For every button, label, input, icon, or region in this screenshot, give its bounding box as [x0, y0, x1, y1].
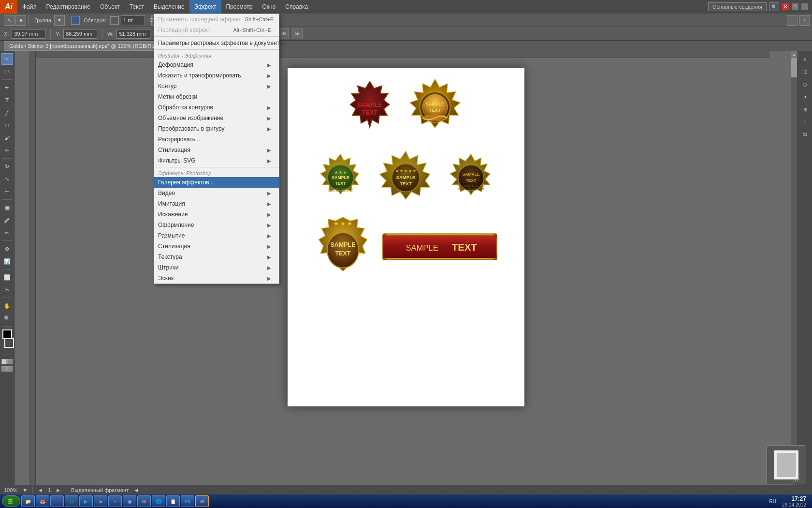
raster-settings-item[interactable]: Параметры растровых эффектов в документе…	[154, 38, 279, 48]
vertical-scrollbar[interactable]: ▲ ▼	[791, 51, 798, 494]
fill-swatch[interactable]	[2, 329, 12, 339]
fill-color-swatch[interactable]	[71, 16, 80, 25]
shape-tool[interactable]: □	[1, 120, 13, 131]
gallery-item[interactable]: Галерея эффектов...	[154, 177, 279, 188]
page-prev-btn[interactable]: ◄	[38, 487, 43, 493]
zoom-in-btn[interactable]: +	[799, 15, 810, 26]
y-coord-input[interactable]	[63, 29, 97, 39]
stylize-item[interactable]: Стилизация ▶	[154, 145, 279, 155]
taskbar-firefox[interactable]: 🦊	[36, 495, 49, 507]
zoom-tool[interactable]: 🔍	[1, 313, 13, 324]
process-contours-item[interactable]: Обработка контуров ▶	[154, 102, 279, 113]
taskbar-app10[interactable]: 🌐	[152, 495, 165, 507]
blur-item[interactable]: Размытие ▶	[154, 230, 279, 241]
panel-btn-2[interactable]: ⊡	[799, 66, 811, 77]
stroke-color-swatch[interactable]	[110, 16, 119, 25]
taskbar-illustrator-active[interactable]: Ai	[195, 495, 209, 507]
taskbar-utorrent[interactable]: μ	[65, 495, 78, 507]
panel-btn-1[interactable]: ≡	[799, 53, 811, 65]
deform-item[interactable]: Деформация ▶	[154, 60, 279, 70]
contour-item[interactable]: Контур ▶	[154, 81, 279, 91]
pen-tool[interactable]: ✒	[1, 82, 13, 93]
screen-mode-btn[interactable]	[1, 366, 7, 372]
normal-mode-btn[interactable]	[1, 359, 7, 364]
status-nav-btn[interactable]: ◄	[133, 487, 139, 493]
panel-btn-5[interactable]: ⊞	[799, 104, 811, 115]
file-tab-item[interactable]: Golden Sticker 9 [преобразованный].eps* …	[4, 41, 164, 51]
menu-edit[interactable]: Редактирование	[42, 0, 95, 14]
paintbrush-tool[interactable]: 🖌	[1, 132, 13, 144]
panel-btn-4[interactable]: ✦	[799, 91, 811, 103]
volume-image-item[interactable]: Объемное изображение ▶	[154, 113, 279, 123]
group-btn[interactable]: ▼	[54, 15, 65, 26]
width-input[interactable]	[116, 29, 150, 39]
convert-to-shape-item[interactable]: Преобразовать в фигуру ▶	[154, 123, 279, 134]
taskbar-app6[interactable]: ■	[94, 495, 107, 507]
zoom-dropdown-btn[interactable]: ▼	[22, 487, 28, 493]
scale-tool[interactable]: ⤡	[1, 173, 13, 185]
menu-text[interactable]: Текст	[125, 0, 149, 14]
selection-tool[interactable]: ↖	[1, 53, 13, 65]
rasterize-item[interactable]: Растрировать...	[154, 134, 279, 145]
hand-tool[interactable]: ✋	[1, 300, 13, 312]
workspace-selector[interactable]: Основные сведения	[708, 2, 767, 11]
start-button[interactable]: ⊞	[2, 495, 20, 507]
distortion-item[interactable]: Искажение ▶	[154, 209, 279, 220]
strokes-item[interactable]: Штрихи ▶	[154, 262, 279, 273]
design-item[interactable]: Оформление ▶	[154, 220, 279, 230]
menu-view[interactable]: Просмотр	[221, 0, 258, 14]
eyedropper-tool[interactable]: 💉	[1, 214, 13, 226]
column-graph-tool[interactable]: 📊	[1, 255, 13, 267]
sketch-item[interactable]: Эскиз ▶	[154, 273, 279, 284]
fullscreen-mode-btn[interactable]	[7, 366, 13, 372]
menu-help[interactable]: Справка	[280, 0, 313, 14]
line-tool[interactable]: ╱	[1, 107, 13, 119]
crop-marks-item[interactable]: Метки обрезки	[154, 91, 279, 102]
search-button[interactable]: 🔍	[769, 2, 779, 11]
scroll-thumb[interactable]	[791, 58, 797, 77]
minimize-window-button[interactable]: _	[801, 3, 808, 10]
close-window-button[interactable]: ✕	[782, 3, 789, 10]
panel-btn-7[interactable]: ⧉	[799, 129, 811, 140]
warp-tool[interactable]: 〜	[1, 186, 13, 197]
taskbar-app7[interactable]: ♥	[108, 495, 122, 507]
menu-effect[interactable]: Эффект	[189, 0, 221, 14]
menu-file[interactable]: Файл	[17, 0, 42, 14]
more-options-btn[interactable]: ≫	[292, 29, 303, 39]
page-next-btn[interactable]: ►	[56, 487, 61, 493]
menu-window[interactable]: Окно	[257, 0, 280, 14]
video-item[interactable]: Видео ▶	[154, 188, 279, 198]
stroke-swatch[interactable]	[4, 338, 14, 348]
artboard-tool[interactable]: ⬜	[1, 271, 13, 283]
blend-tool[interactable]: ∞	[1, 227, 13, 239]
symbol-sprayer-tool[interactable]: ⊛	[1, 243, 13, 254]
taskbar-app8[interactable]: ◉	[123, 495, 136, 507]
gradient-tool[interactable]: ▣	[1, 202, 13, 213]
x-coord-input[interactable]	[12, 29, 45, 39]
rotate-tool[interactable]: ↻	[1, 161, 13, 172]
taskbar-opera[interactable]: O	[50, 495, 64, 507]
texture-item[interactable]: Текстура ▶	[154, 252, 279, 262]
menu-select[interactable]: Выделение	[149, 0, 189, 14]
direct-selection-tool[interactable]: ◌↖	[1, 66, 13, 77]
imitation-item[interactable]: Имитация ▶	[154, 198, 279, 209]
mask-mode-btn[interactable]	[7, 359, 13, 364]
taskbar-app11[interactable]: 📋	[166, 495, 180, 507]
taskbar-app5[interactable]: ▶	[79, 495, 93, 507]
type-tool[interactable]: T	[1, 94, 13, 106]
taskbar-app9[interactable]: ✉	[137, 495, 151, 507]
zoom-out-btn[interactable]: −	[787, 15, 798, 26]
taskbar-photoshop[interactable]: Ps	[181, 495, 194, 507]
pencil-tool[interactable]: ✏	[1, 145, 13, 156]
panel-btn-3[interactable]: ◷	[799, 78, 811, 90]
stroke-width-input[interactable]	[121, 15, 145, 25]
direct-select-btn[interactable]: ◈	[15, 15, 26, 26]
distort-transform-item[interactable]: Исказить и трансформировать ▶	[154, 70, 279, 81]
panel-btn-6[interactable]: ↕	[799, 116, 811, 128]
restore-window-button[interactable]: □	[792, 3, 798, 10]
taskbar-explorer[interactable]: 📁	[21, 495, 35, 507]
transform-btn[interactable]: ⟲	[278, 29, 289, 39]
menu-object[interactable]: Объект	[95, 0, 125, 14]
scroll-up-btn[interactable]: ▲	[791, 51, 798, 58]
select-tool-btn[interactable]: ↖	[4, 15, 14, 26]
